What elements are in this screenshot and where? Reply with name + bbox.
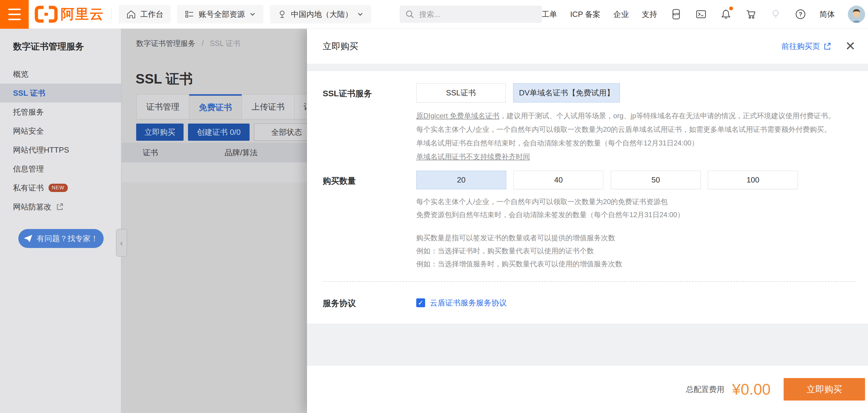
total-price: ¥0.00 — [732, 380, 771, 398]
resources-icon — [184, 9, 195, 20]
sidebar-item-overview[interactable]: 概览 — [0, 65, 121, 84]
sidebar-item-label: SSL 证书 — [13, 88, 45, 98]
ask-expert-button[interactable]: 有问题？找专家！ — [18, 229, 104, 248]
location-pin-icon — [277, 9, 287, 19]
desc-line-1-underlined: 原DIgicert 免费单域名证书 — [416, 112, 499, 120]
goto-purchase-page-link[interactable]: 前往购买页 — [781, 41, 831, 52]
goto-purchase-page-label: 前往购买页 — [781, 41, 820, 52]
table-header-brand: 品牌/算法 — [225, 148, 257, 158]
desc-line-1: 原DIgicert 免费单域名证书，建议用于测试、个人试用等场景，org、jp等… — [416, 109, 856, 123]
ssl-service-options: SSL证书 DV单域名证书【免费试用】 — [416, 83, 856, 102]
topbar-link-icp[interactable]: ICP 备案 — [570, 9, 600, 20]
region-selector[interactable]: 中国内地（大陆） — [270, 5, 371, 23]
account-resources-button[interactable]: 账号全部资源 — [177, 5, 264, 23]
search-input[interactable] — [418, 10, 532, 19]
tab-upload-cert[interactable]: 上传证书 — [242, 94, 294, 119]
quantity-options: 20 40 50 100 — [416, 171, 856, 189]
create-cert-button[interactable]: 创建证书 0/0 — [188, 123, 250, 141]
status-filter-value: 全部状态 — [271, 127, 302, 138]
ssl-service-label: SSL证书服务 — [323, 83, 416, 164]
sidebar-item-label: 网站防篡改 — [13, 202, 52, 212]
bell-icon[interactable] — [720, 8, 732, 20]
region-label: 中国内地（大陆） — [291, 9, 352, 20]
topbar-link-tickets[interactable]: 工单 — [542, 9, 557, 20]
account-resources-label: 账号全部资源 — [199, 9, 245, 20]
toolbar: 立即购买 创建证书 0/0 全部状态 — [136, 123, 319, 141]
terminal-icon[interactable] — [695, 8, 707, 20]
drawer-gray-band — [307, 64, 868, 71]
confirm-buy-button[interactable]: 立即购买 — [784, 378, 865, 401]
sidebar-item-proxy-https[interactable]: 网站代理HTTPS — [0, 141, 121, 159]
breadcrumb: 数字证书管理服务 / SSL 证书 — [136, 38, 240, 48]
sidebar-item-info-management[interactable]: 信息管理 — [0, 159, 121, 178]
quantity-notes-2: 购买数量是指可以签发证书的数量或者可以提供的增值服务次数 例如：当选择证书时，购… — [416, 231, 856, 270]
sidebar-item-label: 网站代理HTTPS — [13, 145, 69, 155]
sidebar-item-hosting[interactable]: 托管服务 — [0, 102, 121, 121]
cart-icon[interactable] — [745, 8, 757, 20]
quantity-notes-1: 每个实名主体个人/企业，一个自然年内可以领取一次数量为20的免费证书资源包 免费… — [416, 195, 856, 221]
drawer-body: SSL证书服务 SSL证书 DV单域名证书【免费试用】 原DIgicert 免费… — [307, 83, 868, 309]
notification-dot — [729, 6, 733, 10]
language-toggle[interactable]: 简体 — [819, 9, 835, 20]
global-search[interactable] — [400, 6, 542, 23]
buy-drawer: 立即购买 前往购买页 ✕ SSL证书服务 SSL证书 DV单域名 — [307, 29, 868, 413]
quantity-row: 购买数量 20 40 50 100 每个实名主体个人/企业，一个自然年内可以领取… — [323, 171, 856, 270]
ssl-service-row: SSL证书服务 SSL证书 DV单域名证书【免费试用】 原DIgicert 免费… — [323, 83, 856, 164]
aliyun-logo[interactable]: 阿里云 — [35, 5, 104, 23]
avatar[interactable] — [848, 6, 865, 23]
option-ssl-cert[interactable]: SSL证书 — [416, 83, 506, 102]
chevron-down-icon — [249, 10, 256, 18]
quantity-option-40[interactable]: 40 — [513, 171, 603, 189]
quantity-option-50[interactable]: 50 — [611, 171, 701, 189]
sidebar-nav: 概览 SSL 证书 托管服务 网站安全 网站代理HTTPS 信息管理 私有证书 … — [0, 65, 121, 216]
sidebar-item-private-cert[interactable]: 私有证书 NEW — [0, 178, 121, 197]
sidebar-title: 数字证书管理服务 — [0, 29, 121, 53]
hamburger-menu-icon[interactable] — [0, 0, 29, 29]
divider — [111, 8, 112, 21]
sidebar: 数字证书管理服务 概览 SSL 证书 托管服务 网站安全 网站代理HTTPS 信… — [0, 29, 121, 413]
sidebar-item-label: 网站安全 — [13, 126, 44, 136]
desc-line-3: 单域名试用证书在自然年结束时，会自动清除未签发的数量（每个自然年12月31日24… — [416, 136, 856, 150]
help-icon[interactable]: ? — [795, 8, 806, 20]
agreement-row: 服务协议 ✓ 云盾证书服务服务协议 — [323, 293, 856, 309]
topbar-right-group: 费用 工单 ICP 备案 企业 支持 APP — [513, 6, 868, 23]
app-icon[interactable]: APP — [670, 8, 682, 20]
buy-now-button[interactable]: 立即购买 — [136, 123, 184, 141]
sidebar-collapse-handle[interactable]: ‹ — [116, 229, 127, 257]
option-dv-free-trial[interactable]: DV单域名证书【免费试用】 — [513, 83, 620, 102]
sidebar-item-ssl-cert[interactable]: SSL 证书 — [0, 84, 121, 102]
sidebar-item-label: 私有证书 — [13, 183, 44, 193]
tab-free-cert[interactable]: 免费证书 — [189, 94, 242, 119]
sidebar-item-anti-tamper[interactable]: 网站防篡改 — [0, 197, 121, 216]
drawer-footer: 总配置费用 ¥0.00 立即购买 — [307, 365, 868, 413]
agreement-checkbox[interactable]: ✓ — [416, 298, 425, 307]
ssl-service-description: 原DIgicert 免费单域名证书，建议用于测试、个人试用等场景，org、jp等… — [416, 109, 856, 164]
drawer-title: 立即购买 — [323, 40, 358, 53]
tab-label: 上传证书 — [252, 101, 285, 113]
search-icon — [405, 9, 414, 19]
workbench-button[interactable]: 工作台 — [119, 5, 170, 23]
breadcrumb-current: SSL 证书 — [210, 39, 240, 48]
page-title: SSL 证书 — [135, 70, 193, 88]
tab-cert-management[interactable]: 证书管理 — [136, 94, 189, 119]
quantity-option-100[interactable]: 100 — [708, 171, 798, 189]
quantity-note-5: 例如：当选择增值服务时，购买数量代表可以使用的增值服务次数 — [416, 258, 856, 270]
close-icon[interactable]: ✕ — [845, 40, 856, 53]
agreement-link[interactable]: 云盾证书服务服务协议 — [430, 298, 507, 308]
quantity-option-20[interactable]: 20 — [416, 171, 506, 189]
agreement-label: 服务协议 — [323, 293, 416, 309]
brand-name: 阿里云 — [61, 5, 104, 23]
quantity-note-4: 例如：当选择证书时，购买数量代表可以使用的证书个数 — [416, 244, 856, 258]
home-icon — [126, 9, 136, 20]
sidebar-item-label: 信息管理 — [13, 164, 44, 174]
screen: 阿里云 工作台 账号全部资源 中国内地（大陆） — [0, 0, 868, 413]
breadcrumb-root[interactable]: 数字证书管理服务 — [136, 39, 195, 48]
topbar-link-enterprise[interactable]: 企业 — [613, 9, 629, 20]
desc-line-2: 每个实名主体个人/企业，一个自然年内可以领取一次数量为20的云盾单域名试用证书，… — [416, 123, 856, 136]
bulb-icon[interactable] — [770, 8, 781, 20]
workbench-label: 工作台 — [140, 9, 163, 20]
desc-line-4: 单域名试用证书不支持续费补齐时间 — [416, 150, 856, 164]
topbar-link-support[interactable]: 支持 — [642, 9, 657, 20]
desc-line-1-rest: ，建议用于测试、个人试用等场景，org、jp等特殊域名存在无法申请的情况，正式环… — [499, 112, 835, 120]
sidebar-item-website-security[interactable]: 网站安全 — [0, 121, 121, 141]
